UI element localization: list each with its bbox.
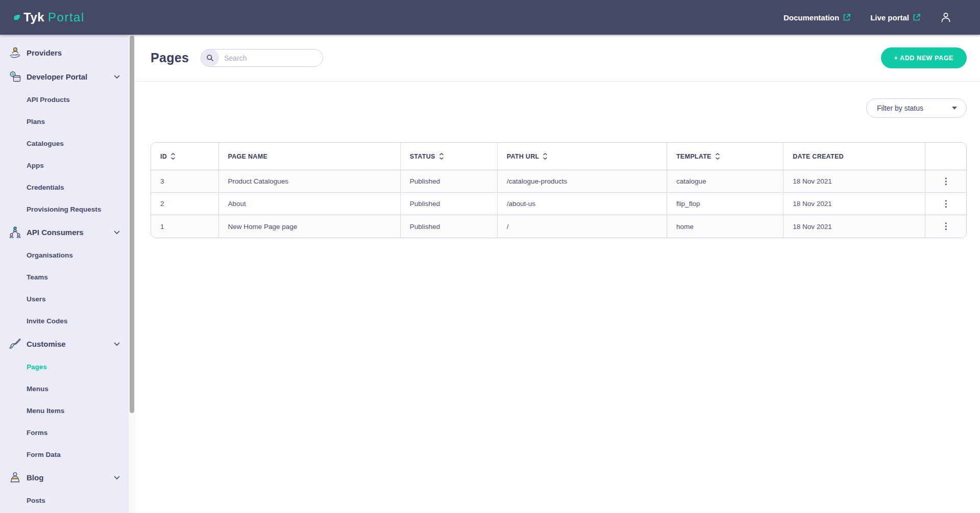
column-header-date-created[interactable]: DATE CREATED <box>783 143 925 170</box>
sidebar-item-invite-codes[interactable]: Invite Codes <box>0 310 135 332</box>
cell-page-name: Product Catalogues <box>219 170 401 193</box>
column-header-path-url[interactable]: PATH URL <box>498 143 667 170</box>
cell-status: Published <box>401 193 498 215</box>
cell-page-name: New Home Page page <box>219 215 401 238</box>
main-content: Pages + ADD NEW PAGE Filter by status <box>135 35 980 513</box>
cell-status: Published <box>401 170 498 193</box>
live-portal-label: Live portal <box>870 13 909 22</box>
chevron-down-icon[interactable] <box>114 230 120 235</box>
top-nav: Documentation Live portal <box>783 12 951 23</box>
cell-template: flip_flop <box>667 193 783 215</box>
logo-text-bold: Tyk <box>23 10 44 24</box>
svg-text:</>: </> <box>15 78 20 81</box>
sidebar-item-menu-items[interactable]: Menu Items <box>0 400 135 422</box>
cell-id: 3 <box>151 170 219 193</box>
sort-icon[interactable] <box>170 153 176 160</box>
column-header-id[interactable]: ID <box>151 143 219 170</box>
sidebar-item-posts[interactable]: Posts <box>0 490 135 511</box>
cell-template: home <box>667 215 783 238</box>
filter-by-status-dropdown[interactable]: Filter by status <box>866 98 967 118</box>
sidebar-item-users[interactable]: Users <box>0 288 135 310</box>
tyk-portal-logo[interactable]: Tyk Portal <box>13 10 85 24</box>
sidebar-item-plans[interactable]: Plans <box>0 111 135 133</box>
caret-down-icon <box>952 107 957 110</box>
sidebar-scrollbar-thumb[interactable] <box>130 36 134 413</box>
sidebar-item-provisioning-requests[interactable]: Provisioning Requests <box>0 198 135 220</box>
developer-portal-icon: </> <box>6 70 23 84</box>
external-link-icon <box>913 13 921 21</box>
customise-icon <box>6 337 23 351</box>
sort-icon[interactable] <box>543 153 548 160</box>
sidebar-item-pages[interactable]: Pages <box>0 356 135 378</box>
cell-date-created: 18 Nov 2021 <box>783 215 925 238</box>
sidebar-item-api-products[interactable]: API Products <box>0 89 135 111</box>
table-row[interactable]: 3 Product Catalogues Published /catalogu… <box>151 170 966 193</box>
sidebar-item-developer-portal[interactable]: </> Developer Portal <box>0 65 135 89</box>
sidebar-item-api-consumers[interactable]: API Consumers <box>0 220 135 244</box>
search-input[interactable] <box>219 54 323 62</box>
sort-icon[interactable] <box>715 153 720 160</box>
table-header-row: ID PAGE NAME STATUS <box>151 143 966 170</box>
chevron-down-icon[interactable] <box>114 342 120 346</box>
add-new-page-button[interactable]: + ADD NEW PAGE <box>881 47 967 68</box>
column-header-status[interactable]: STATUS <box>401 143 498 170</box>
api-consumers-icon <box>6 225 23 239</box>
sidebar-label-providers: Providers <box>27 48 62 57</box>
search-icon[interactable] <box>201 49 219 67</box>
documentation-label: Documentation <box>783 13 839 22</box>
cell-status: Published <box>401 215 498 238</box>
leaf-icon <box>13 14 21 21</box>
sidebar-item-forms[interactable]: Forms <box>0 422 135 444</box>
pages-table: ID PAGE NAME STATUS <box>151 143 966 238</box>
chevron-down-icon[interactable] <box>114 75 120 79</box>
column-header-template[interactable]: TEMPLATE <box>667 143 783 170</box>
table-row[interactable]: 1 New Home Page page Published / home 18… <box>151 215 966 238</box>
sidebar-item-teams[interactable]: Teams <box>0 266 135 288</box>
sidebar-item-organisations[interactable]: Organisations <box>0 244 135 266</box>
sidebar-label-api-consumers: API Consumers <box>27 228 84 237</box>
sidebar-item-apps[interactable]: Apps <box>0 155 135 176</box>
column-header-actions <box>925 143 966 170</box>
providers-icon <box>6 46 23 60</box>
search-box <box>201 49 323 67</box>
chevron-down-icon[interactable] <box>114 476 120 480</box>
page-title: Pages <box>151 50 189 65</box>
cell-path-url: /catalogue-products <box>498 170 667 193</box>
column-header-page-name[interactable]: PAGE NAME <box>219 143 401 170</box>
sidebar-label-developer-portal: Developer Portal <box>27 72 87 81</box>
logo-text-light: Portal <box>48 10 85 24</box>
sidebar-item-blog[interactable]: Blog <box>0 466 135 490</box>
top-bar: Tyk Portal Documentation Live portal <box>0 0 980 35</box>
kebab-menu-icon[interactable]: ⋮ <box>938 199 954 209</box>
kebab-menu-icon[interactable]: ⋮ <box>938 177 954 186</box>
user-icon <box>940 12 951 23</box>
sidebar-item-customise[interactable]: Customise <box>0 332 135 356</box>
page-header: Pages + ADD NEW PAGE <box>135 35 980 82</box>
sidebar-label-customise: Customise <box>27 340 66 348</box>
sidebar-item-providers[interactable]: Providers <box>0 41 135 65</box>
cell-id: 2 <box>151 193 219 215</box>
documentation-link[interactable]: Documentation <box>783 13 851 22</box>
cell-path-url: /about-us <box>498 193 667 215</box>
cell-date-created: 18 Nov 2021 <box>783 170 925 193</box>
cell-page-name: About <box>219 193 401 215</box>
pages-table-wrapper: ID PAGE NAME STATUS <box>151 142 967 238</box>
sort-icon[interactable] <box>439 153 444 160</box>
sidebar-item-credentials[interactable]: Credentials <box>0 176 135 198</box>
external-link-icon <box>843 13 851 21</box>
cell-template: catalogue <box>667 170 783 193</box>
sidebar-item-form-data[interactable]: Form Data <box>0 444 135 466</box>
sidebar-scrollbar-track[interactable] <box>129 35 135 513</box>
filter-label: Filter by status <box>877 104 923 112</box>
live-portal-link[interactable]: Live portal <box>870 13 921 22</box>
kebab-menu-icon[interactable]: ⋮ <box>938 222 954 231</box>
filter-toolbar: Filter by status <box>135 82 980 118</box>
cell-path-url: / <box>498 215 667 238</box>
sidebar-item-menus[interactable]: Menus <box>0 378 135 400</box>
cell-id: 1 <box>151 215 219 238</box>
user-account-button[interactable] <box>940 12 951 23</box>
table-row[interactable]: 2 About Published /about-us flip_flop 18… <box>151 193 966 215</box>
sidebar-item-catalogues[interactable]: Catalogues <box>0 133 135 155</box>
sidebar-label-blog: Blog <box>27 473 43 482</box>
blog-icon <box>6 471 23 484</box>
